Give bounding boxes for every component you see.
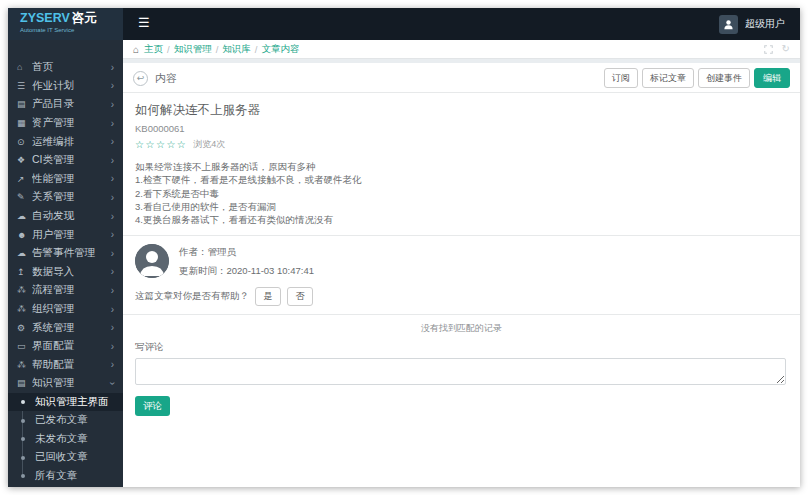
- breadcrumb-tools: ↻: [764, 44, 790, 54]
- chevron-right-icon: ›: [111, 173, 114, 184]
- sidebar-item[interactable]: ⊙ 运维编排 ›: [8, 132, 123, 151]
- chevron-right-icon: ›: [111, 229, 114, 240]
- breadcrumb-link[interactable]: 主页: [144, 43, 163, 56]
- breadcrumb-trail: / 主页 / 知识管理 / 知识库: [144, 43, 299, 56]
- chevron-right-icon: ›: [111, 341, 114, 352]
- sidebar-item[interactable]: ✎ 关系管理 ›: [8, 188, 123, 207]
- sidebar-item-label: 组织管理: [32, 302, 111, 316]
- sidebar-item[interactable]: ⁂ 组织管理 ›: [8, 300, 123, 319]
- asset-icon: ▦: [17, 118, 32, 128]
- sidebar-item-label: CI类管理: [32, 153, 111, 167]
- sidebar-item[interactable]: ▤ 知识管理 ›: [8, 374, 123, 393]
- comment-input[interactable]: [135, 358, 786, 385]
- sidebar-item[interactable]: ↗ 性能管理 ›: [8, 170, 123, 189]
- helpful-no-button[interactable]: 否: [287, 287, 313, 306]
- username-label[interactable]: 超级用户: [745, 17, 785, 31]
- brand-name-en: ZYSERV: [20, 11, 70, 25]
- submenu-item[interactable]: 所有文章: [8, 467, 123, 486]
- sidebar-item[interactable]: ↥ 数据导入 ›: [8, 263, 123, 282]
- article-rating-row: ☆☆☆☆☆ 浏览4次: [135, 138, 788, 151]
- sidebar-item[interactable]: ▭ 界面配置 ›: [8, 337, 123, 356]
- brand-tagline: Automate IT Service: [20, 27, 123, 34]
- breadcrumb-link[interactable]: 知识库: [222, 43, 251, 56]
- knowledge-icon: ▤: [17, 378, 32, 388]
- sidebar-item-label: 流程管理: [32, 283, 111, 297]
- comment-section: 写评论 评论: [123, 338, 800, 416]
- sidebar-item-label: 首页: [32, 60, 111, 74]
- article-body-line: 如果经常连接不上服务器的话，原因有多种: [135, 160, 788, 173]
- ci-icon: ❖: [17, 155, 32, 165]
- sidebar-item[interactable]: ☰ 作业计划 ›: [8, 77, 123, 96]
- sidebar-item-label: 帮助配置: [32, 358, 111, 372]
- author-meta: 作者：管理员 更新时间：2020-11-03 10:47:41: [179, 247, 314, 275]
- sidebar-item-label: 性能管理: [32, 172, 111, 186]
- sidebar-item[interactable]: ❖ CI类管理 ›: [8, 151, 123, 170]
- sidebar-item-label: 产品目录: [32, 97, 111, 111]
- perf-icon: ↗: [17, 174, 32, 184]
- article-body-line: 2.看下系统是否中毒: [135, 187, 788, 200]
- fullscreen-icon[interactable]: [764, 45, 773, 54]
- helpful-yes-button[interactable]: 是: [255, 287, 281, 306]
- sidebar-item[interactable]: ▤ 产品目录 ›: [8, 95, 123, 114]
- article: 如何解决连不上服务器 KB0000061 ☆☆☆☆☆ 浏览4次 如果经常连接不上…: [123, 93, 800, 235]
- subscribe-button[interactable]: 订阅: [604, 68, 638, 88]
- breadcrumb-link[interactable]: 知识管理: [174, 43, 212, 56]
- chevron-right-icon: ›: [107, 382, 118, 385]
- chevron-right-icon: ›: [111, 285, 114, 296]
- sidebar-toggle-icon[interactable]: ☰: [123, 8, 150, 40]
- chevron-right-icon: ›: [111, 359, 114, 370]
- sidebar-item[interactable]: ☁ 告警事件管理 ›: [8, 244, 123, 263]
- mark-article-button[interactable]: 标记文章: [642, 68, 694, 88]
- panel-header: ↩ 内容 订阅 标记文章 创建事件 编辑: [123, 63, 800, 92]
- breadcrumb-link[interactable]: 文章内容: [261, 43, 299, 56]
- refresh-icon[interactable]: ↻: [782, 44, 790, 54]
- sidebar-item[interactable]: ⌂ 首页 ›: [8, 58, 123, 77]
- ops-icon: ⊙: [17, 137, 32, 147]
- panel-actions: 订阅 标记文章 创建事件 编辑: [604, 68, 790, 88]
- breadcrumb: ⌂ / 主页 / 知识管理: [123, 40, 800, 59]
- back-icon[interactable]: ↩: [133, 71, 148, 86]
- help-icon: ⁂: [17, 360, 32, 370]
- home-icon[interactable]: ⌂: [133, 44, 139, 55]
- article-kb-id: KB0000061: [135, 123, 788, 134]
- chevron-right-icon: ›: [111, 80, 114, 91]
- sidebar-item[interactable]: ☻ 用户管理 ›: [8, 225, 123, 244]
- user-avatar-icon[interactable]: [719, 15, 738, 34]
- submenu-item[interactable]: 已发布文章: [8, 411, 123, 430]
- submenu-item[interactable]: 已回收文章: [8, 448, 123, 467]
- submenu-item[interactable]: 未发布文章: [8, 430, 123, 449]
- edit-button[interactable]: 编辑: [754, 68, 790, 88]
- submenu-item[interactable]: 知识管理主界面: [8, 393, 123, 412]
- sidebar-item[interactable]: ⁂ 流程管理 ›: [8, 281, 123, 300]
- ui-icon: ▭: [17, 341, 32, 351]
- sidebar-menu: ⌂ 首页 › ☰ 作业计划 › ▤ 产品目录 ›: [8, 58, 123, 393]
- sidebar-item[interactable]: ⚙ 系统管理 ›: [8, 318, 123, 337]
- main-area: ⌂ / 主页 / 知识管理: [123, 40, 800, 487]
- star-rating[interactable]: ☆☆☆☆☆: [135, 139, 187, 150]
- create-event-button[interactable]: 创建事件: [698, 68, 750, 88]
- chevron-right-icon: ›: [111, 266, 114, 277]
- home-icon: ⌂: [17, 62, 32, 72]
- sidebar-item[interactable]: ▦ 资产管理 ›: [8, 114, 123, 133]
- author-name: 作者：管理员: [179, 247, 314, 257]
- sidebar-item[interactable]: ⁂ 帮助配置 ›: [8, 356, 123, 375]
- comment-submit-button[interactable]: 评论: [135, 396, 170, 416]
- flow-icon: ⁂: [17, 285, 32, 295]
- breadcrumb-segment: / 知识管理: [167, 43, 212, 56]
- article-body-line: 3.看自己使用的软件，是否有漏洞: [135, 200, 788, 213]
- chevron-right-icon: ›: [111, 322, 114, 333]
- topbar-user-area[interactable]: 超级用户: [719, 8, 800, 40]
- chevron-right-icon: ›: [111, 155, 114, 166]
- write-comment-label: 写评论: [135, 341, 786, 354]
- sidebar-item[interactable]: ☁ 自动发现 ›: [8, 207, 123, 226]
- sidebar-item-label: 用户管理: [32, 228, 111, 242]
- breadcrumb-separator: /: [167, 44, 170, 55]
- sidebar: ⌂ 首页 › ☰ 作业计划 › ▤ 产品目录 ›: [8, 40, 123, 487]
- panel-title: 内容: [155, 71, 597, 86]
- knowledge-submenu: 知识管理主界面 已发布文章 未发布文章 已回收文章 所有: [8, 393, 123, 486]
- author-block: 作者：管理员 更新时间：2020-11-03 10:47:41: [123, 236, 800, 280]
- helpful-row: 这篇文章对你是否有帮助？ 是 否: [123, 280, 800, 314]
- chevron-right-icon: ›: [111, 118, 114, 129]
- breadcrumb-separator: /: [255, 44, 258, 55]
- article-body-line: 4.更换台服务器试下，看看还有类似的情况没有: [135, 213, 788, 226]
